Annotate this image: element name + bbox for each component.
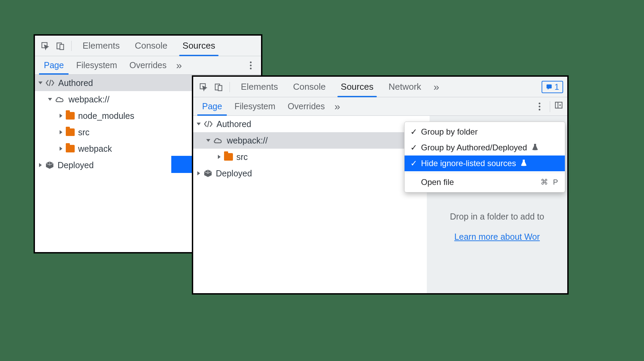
device-toggle-icon[interactable] — [212, 81, 225, 93]
svg-rect-13 — [555, 102, 562, 108]
tree-label: webpack:// — [227, 136, 268, 146]
sources-subtabs: Page Filesystem Overrides » — [193, 97, 567, 116]
keyboard-shortcut: ⌘ P — [541, 178, 559, 187]
menu-label: Open file — [421, 177, 454, 187]
tree-label: webpack:// — [69, 95, 110, 104]
learn-more-link[interactable]: Learn more about Wor — [454, 232, 540, 242]
issues-count: 1 — [555, 82, 559, 92]
tree-label: Authored — [58, 78, 93, 88]
menu-open-file[interactable]: Open file ⌘ P — [405, 174, 565, 190]
subtab-filesystem[interactable]: Filesystem — [70, 56, 123, 75]
disclosure-icon — [39, 163, 42, 167]
subtab-overrides[interactable]: Overrides — [123, 56, 173, 75]
menu-label: Group by Authored/Deployed — [421, 143, 527, 152]
folder-icon — [66, 145, 75, 152]
disclosure-icon — [60, 130, 62, 134]
tree-group-deployed[interactable]: Deployed — [193, 165, 430, 182]
disclosure-icon — [38, 82, 42, 84]
svg-point-3 — [250, 61, 252, 63]
tree-label: webpack — [78, 144, 112, 154]
check-icon: ✓ — [410, 159, 418, 168]
kebab-menu-icon[interactable] — [245, 59, 257, 72]
experiment-flask-icon — [521, 159, 527, 168]
folder-icon — [66, 112, 75, 120]
disclosure-icon — [197, 171, 200, 175]
tab-sources[interactable]: Sources — [335, 77, 380, 97]
menu-label: Hide ignore-listed sources — [421, 159, 516, 168]
tab-network[interactable]: Network — [382, 77, 427, 97]
subtab-page[interactable]: Page — [196, 97, 228, 116]
tab-sources[interactable]: Sources — [176, 36, 221, 56]
authored-icon — [203, 120, 213, 128]
tree-item-src[interactable]: src — [193, 149, 430, 165]
svg-point-4 — [250, 64, 252, 66]
tab-console[interactable]: Console — [287, 77, 332, 97]
svg-rect-2 — [60, 44, 64, 49]
tab-console[interactable]: Console — [128, 36, 173, 56]
disclosure-icon — [206, 139, 210, 142]
check-icon: ✓ — [410, 143, 418, 152]
svg-rect-8 — [218, 85, 222, 90]
drop-hint-text: Drop in a folder to add to — [450, 212, 544, 222]
separator — [71, 41, 72, 51]
authored-icon — [45, 79, 55, 87]
subtab-filesystem[interactable]: Filesystem — [228, 97, 281, 116]
svg-point-12 — [539, 109, 541, 110]
deployed-icon — [45, 161, 54, 170]
menu-label: Group by folder — [421, 127, 478, 137]
menu-separator — [405, 173, 565, 173]
tree-label: Deployed — [58, 160, 94, 170]
tree-item-webpack[interactable]: webpack:// — [193, 132, 430, 149]
tab-elements[interactable]: Elements — [235, 77, 284, 97]
separator — [230, 82, 230, 92]
disclosure-icon — [218, 155, 221, 159]
separator — [550, 101, 550, 112]
tree-label: src — [236, 152, 248, 162]
menu-group-by-authored-deployed[interactable]: ✓ Group by Authored/Deployed — [405, 140, 565, 155]
file-tree: Authored webpack:// src Deployed — [193, 116, 430, 182]
kebab-menu-icon[interactable] — [533, 100, 546, 113]
inspect-icon[interactable] — [39, 40, 51, 52]
disclosure-icon — [60, 114, 62, 118]
menu-hide-ignore-listed[interactable]: ✓ Hide ignore-listed sources — [405, 155, 565, 171]
tree-label: Authored — [216, 119, 251, 129]
disclosure-icon — [197, 123, 201, 125]
folder-icon — [66, 128, 75, 136]
svg-point-11 — [539, 105, 541, 107]
tree-label: src — [78, 127, 89, 137]
subtab-overrides[interactable]: Overrides — [282, 97, 331, 116]
deployed-icon — [203, 169, 212, 178]
more-tabs-icon[interactable]: » — [173, 60, 185, 71]
subtab-page[interactable]: Page — [38, 56, 70, 75]
tab-elements[interactable]: Elements — [76, 36, 126, 56]
disclosure-icon — [48, 98, 52, 101]
cloud-icon — [55, 96, 65, 103]
menu-group-by-folder[interactable]: ✓ Group by folder — [405, 124, 565, 140]
inspect-icon[interactable] — [197, 81, 210, 93]
device-toggle-icon[interactable] — [54, 40, 66, 52]
top-tabstrip: Elements Console Sources Network » 1 — [193, 77, 567, 97]
tree-label: node_modules — [78, 111, 134, 121]
tree-label: Deployed — [216, 169, 252, 178]
svg-point-5 — [250, 67, 252, 69]
sources-subtabs: Page Filesystem Overrides » — [35, 56, 261, 75]
top-tabstrip: Elements Console Sources — [35, 36, 261, 56]
folder-icon — [224, 153, 233, 161]
more-tabs-icon[interactable]: » — [430, 81, 443, 93]
collapse-pane-icon[interactable] — [554, 101, 563, 112]
sources-context-menu: ✓ Group by folder ✓ Group by Authored/De… — [404, 122, 565, 192]
cloud-icon — [213, 137, 223, 144]
disclosure-icon — [60, 147, 62, 151]
svg-rect-9 — [546, 84, 552, 88]
check-icon: ✓ — [410, 127, 418, 137]
more-tabs-icon[interactable]: » — [331, 101, 344, 112]
experiment-flask-icon — [532, 143, 538, 152]
svg-point-10 — [539, 102, 541, 104]
issues-badge[interactable]: 1 — [542, 81, 563, 93]
tree-group-authored[interactable]: Authored — [193, 116, 430, 132]
